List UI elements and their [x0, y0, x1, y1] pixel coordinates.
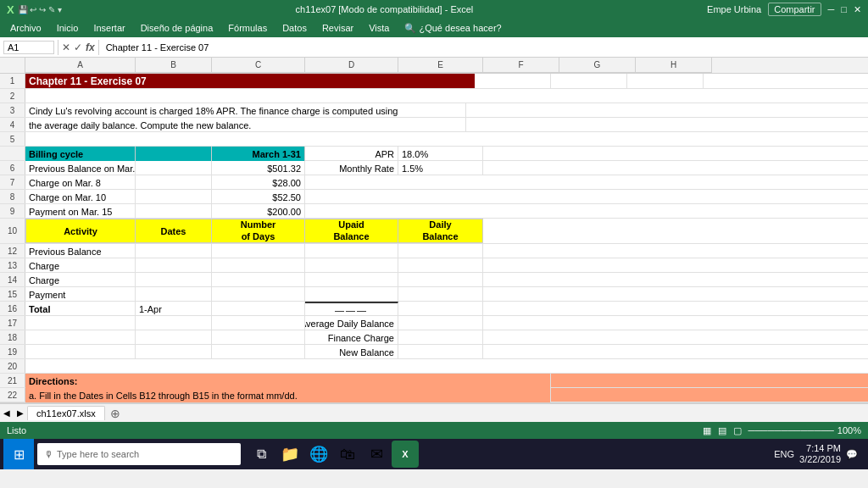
col-header-E[interactable]: E	[398, 58, 483, 73]
cell-C12[interactable]	[212, 244, 305, 258]
col-header-C[interactable]: C	[212, 58, 305, 73]
cell-A15[interactable]: Payment	[25, 287, 136, 302]
cell-apr-label[interactable]: APR	[305, 147, 398, 161]
cell-D17[interactable]: Average Daily Balance	[305, 316, 398, 330]
cell-A6[interactable]: Previous Balance on Mar. 1	[25, 161, 136, 175]
cell-F1[interactable]	[475, 74, 551, 88]
restore-button[interactable]: □	[841, 4, 847, 14]
menu-inicio[interactable]: Inicio	[50, 21, 86, 35]
cell-A12[interactable]: Previous Balance	[25, 244, 136, 258]
cell-A3[interactable]: Cindy Lu's revolving account is charged …	[25, 103, 466, 118]
cell-B13[interactable]	[136, 258, 212, 273]
view-page-icon[interactable]: ▤	[718, 425, 726, 436]
store-icon[interactable]: 🛍	[334, 441, 361, 468]
cell-A22[interactable]: a. Fill in the Dates in Cells B12 throug…	[25, 388, 551, 402]
cell-C7[interactable]: $28.00	[212, 175, 305, 190]
col-header-F[interactable]: F	[483, 58, 559, 73]
close-button[interactable]: ✕	[854, 4, 861, 15]
cell-B16[interactable]: 1-Apr	[136, 302, 212, 316]
cell-C6[interactable]: $501.32	[212, 161, 305, 175]
col-header-A[interactable]: A	[25, 58, 136, 73]
menu-help[interactable]: 🔍 ¿Qué desea hacer?	[398, 21, 508, 36]
cell-E10-header[interactable]: Daily Balance	[398, 219, 483, 243]
cell-B17[interactable]	[136, 316, 212, 330]
cell-E15[interactable]	[398, 287, 483, 302]
menu-formulas[interactable]: Fórmulas	[221, 21, 274, 35]
cell-C18[interactable]	[212, 330, 305, 345]
col-header-H[interactable]: H	[636, 58, 712, 73]
cell-E19[interactable]	[398, 345, 483, 359]
cell-reference-box[interactable]	[3, 41, 54, 54]
cell-A10-header[interactable]: Activity	[25, 219, 136, 243]
start-button[interactable]: ⊞	[3, 439, 34, 469]
cell-B7[interactable]	[136, 175, 212, 190]
view-preview-icon[interactable]: ▢	[733, 425, 742, 436]
cell-D15[interactable]	[305, 287, 398, 302]
formula-input[interactable]	[103, 42, 865, 53]
cell-E18[interactable]	[398, 330, 483, 345]
cell-B10-header[interactable]: Dates	[136, 219, 212, 243]
scroll-right-icon[interactable]: ▶	[14, 408, 27, 418]
cell-A9[interactable]: Payment on Mar. 15	[25, 204, 136, 219]
cell-C8[interactable]: $52.50	[212, 190, 305, 204]
cell-A21[interactable]: Directions:	[25, 374, 551, 388]
cell-H1[interactable]	[627, 74, 704, 88]
share-button[interactable]: Compartir	[768, 3, 821, 16]
scroll-left-icon[interactable]: ◀	[0, 408, 14, 418]
cell-billing-label[interactable]: Billing cycle	[25, 147, 136, 161]
confirm-formula-icon[interactable]: ✓	[74, 42, 82, 53]
excel-taskbar-icon[interactable]: X	[392, 441, 419, 468]
cell-apr-value[interactable]: 18.0%	[398, 147, 483, 161]
minimize-button[interactable]: ─	[828, 4, 835, 14]
cell-B12[interactable]	[136, 244, 212, 258]
cell-A13[interactable]: Charge	[25, 258, 136, 273]
cell-B14[interactable]	[136, 273, 212, 287]
cell-B8[interactable]	[136, 190, 212, 204]
cell-A8[interactable]: Charge on Mar. 10	[25, 190, 136, 204]
cell-A1[interactable]: Chapter 11 - Exercise 07	[25, 74, 475, 88]
cell-C14[interactable]	[212, 273, 305, 287]
menu-datos[interactable]: Datos	[275, 21, 314, 35]
cell-billing-b[interactable]	[136, 147, 212, 161]
explorer-icon[interactable]: 📁	[276, 441, 303, 468]
col-header-G[interactable]: G	[559, 58, 636, 73]
cell-B9[interactable]	[136, 204, 212, 219]
menu-archivo[interactable]: Archivo	[3, 21, 48, 35]
cell-billing-range[interactable]: March 1-31	[212, 147, 305, 161]
cell-C17[interactable]	[212, 316, 305, 330]
notification-icon[interactable]: 💬	[846, 449, 858, 460]
cell-B19[interactable]	[136, 345, 212, 359]
cell-E13[interactable]	[398, 258, 483, 273]
cell-D12[interactable]	[305, 244, 398, 258]
mail-icon[interactable]: ✉	[363, 441, 390, 468]
cell-E14[interactable]	[398, 273, 483, 287]
edge-icon[interactable]: 🌐	[305, 441, 332, 468]
cell-D14[interactable]	[305, 273, 398, 287]
cell-E16[interactable]	[398, 302, 483, 316]
cell-A18[interactable]	[25, 330, 136, 345]
cell-D18[interactable]: Finance Charge	[305, 330, 398, 345]
cell-D13[interactable]	[305, 258, 398, 273]
cell-A4[interactable]: the average daily balance. Compute the n…	[25, 118, 466, 132]
cell-D16[interactable]: ———	[305, 302, 398, 316]
cell-C10-header[interactable]: Number of Days	[212, 219, 305, 243]
cell-D10-header[interactable]: Upaid Balance	[305, 219, 398, 243]
cell-B18[interactable]	[136, 330, 212, 345]
menu-insertar[interactable]: Insertar	[86, 21, 131, 35]
sheet-tab-ch11ex07[interactable]: ch11ex07.xlsx	[27, 406, 105, 420]
col-header-B[interactable]: B	[136, 58, 212, 73]
cell-B6[interactable]	[136, 161, 212, 175]
cell-A7[interactable]: Charge on Mar. 8	[25, 175, 136, 190]
cell-C16[interactable]	[212, 302, 305, 316]
menu-diseno[interactable]: Diseño de página	[134, 21, 220, 35]
col-header-D[interactable]: D	[305, 58, 398, 73]
zoom-slider[interactable]: ───────────── 100%	[748, 425, 861, 435]
cell-G1[interactable]	[551, 74, 627, 88]
add-sheet-button[interactable]: ⊕	[105, 405, 125, 422]
view-normal-icon[interactable]: ▦	[703, 425, 711, 436]
cell-E6[interactable]: 1.5%	[398, 161, 483, 175]
cell-C15[interactable]	[212, 287, 305, 302]
cell-E17[interactable]	[398, 316, 483, 330]
insert-function-icon[interactable]: fx	[86, 42, 95, 53]
cell-E12[interactable]	[398, 244, 483, 258]
